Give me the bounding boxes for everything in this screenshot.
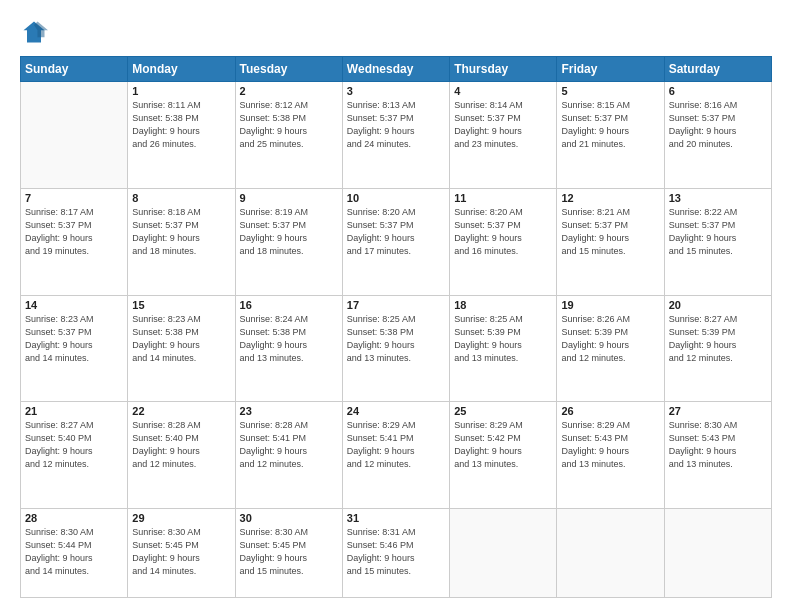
day-number: 25: [454, 405, 552, 417]
calendar-cell: 6Sunrise: 8:16 AM Sunset: 5:37 PM Daylig…: [664, 82, 771, 189]
week-row-1: 1Sunrise: 8:11 AM Sunset: 5:38 PM Daylig…: [21, 82, 772, 189]
day-number: 4: [454, 85, 552, 97]
calendar-cell: 9Sunrise: 8:19 AM Sunset: 5:37 PM Daylig…: [235, 188, 342, 295]
calendar-cell: [21, 82, 128, 189]
day-number: 24: [347, 405, 445, 417]
day-number: 7: [25, 192, 123, 204]
day-info: Sunrise: 8:20 AM Sunset: 5:37 PM Dayligh…: [347, 206, 445, 258]
day-number: 9: [240, 192, 338, 204]
day-info: Sunrise: 8:11 AM Sunset: 5:38 PM Dayligh…: [132, 99, 230, 151]
day-info: Sunrise: 8:30 AM Sunset: 5:43 PM Dayligh…: [669, 419, 767, 471]
day-info: Sunrise: 8:15 AM Sunset: 5:37 PM Dayligh…: [561, 99, 659, 151]
calendar-cell: 23Sunrise: 8:28 AM Sunset: 5:41 PM Dayli…: [235, 402, 342, 509]
day-info: Sunrise: 8:16 AM Sunset: 5:37 PM Dayligh…: [669, 99, 767, 151]
week-row-5: 28Sunrise: 8:30 AM Sunset: 5:44 PM Dayli…: [21, 509, 772, 598]
day-info: Sunrise: 8:29 AM Sunset: 5:41 PM Dayligh…: [347, 419, 445, 471]
day-info: Sunrise: 8:24 AM Sunset: 5:38 PM Dayligh…: [240, 313, 338, 365]
day-info: Sunrise: 8:30 AM Sunset: 5:44 PM Dayligh…: [25, 526, 123, 578]
day-number: 23: [240, 405, 338, 417]
calendar-cell: 13Sunrise: 8:22 AM Sunset: 5:37 PM Dayli…: [664, 188, 771, 295]
day-info: Sunrise: 8:27 AM Sunset: 5:39 PM Dayligh…: [669, 313, 767, 365]
weekday-header-thursday: Thursday: [450, 57, 557, 82]
calendar-cell: 17Sunrise: 8:25 AM Sunset: 5:38 PM Dayli…: [342, 295, 449, 402]
day-number: 5: [561, 85, 659, 97]
calendar-cell: 29Sunrise: 8:30 AM Sunset: 5:45 PM Dayli…: [128, 509, 235, 598]
calendar-cell: [664, 509, 771, 598]
day-info: Sunrise: 8:23 AM Sunset: 5:38 PM Dayligh…: [132, 313, 230, 365]
day-info: Sunrise: 8:28 AM Sunset: 5:41 PM Dayligh…: [240, 419, 338, 471]
calendar-cell: 31Sunrise: 8:31 AM Sunset: 5:46 PM Dayli…: [342, 509, 449, 598]
day-number: 13: [669, 192, 767, 204]
day-number: 15: [132, 299, 230, 311]
day-info: Sunrise: 8:26 AM Sunset: 5:39 PM Dayligh…: [561, 313, 659, 365]
day-number: 27: [669, 405, 767, 417]
calendar-cell: 12Sunrise: 8:21 AM Sunset: 5:37 PM Dayli…: [557, 188, 664, 295]
day-number: 1: [132, 85, 230, 97]
calendar-cell: 30Sunrise: 8:30 AM Sunset: 5:45 PM Dayli…: [235, 509, 342, 598]
calendar-cell: 1Sunrise: 8:11 AM Sunset: 5:38 PM Daylig…: [128, 82, 235, 189]
calendar-cell: 20Sunrise: 8:27 AM Sunset: 5:39 PM Dayli…: [664, 295, 771, 402]
calendar-cell: 11Sunrise: 8:20 AM Sunset: 5:37 PM Dayli…: [450, 188, 557, 295]
day-info: Sunrise: 8:20 AM Sunset: 5:37 PM Dayligh…: [454, 206, 552, 258]
weekday-header-friday: Friday: [557, 57, 664, 82]
day-info: Sunrise: 8:27 AM Sunset: 5:40 PM Dayligh…: [25, 419, 123, 471]
day-info: Sunrise: 8:14 AM Sunset: 5:37 PM Dayligh…: [454, 99, 552, 151]
day-info: Sunrise: 8:30 AM Sunset: 5:45 PM Dayligh…: [132, 526, 230, 578]
calendar-cell: 24Sunrise: 8:29 AM Sunset: 5:41 PM Dayli…: [342, 402, 449, 509]
day-number: 19: [561, 299, 659, 311]
weekday-header-row: SundayMondayTuesdayWednesdayThursdayFrid…: [21, 57, 772, 82]
page: SundayMondayTuesdayWednesdayThursdayFrid…: [0, 0, 792, 612]
weekday-header-tuesday: Tuesday: [235, 57, 342, 82]
day-info: Sunrise: 8:21 AM Sunset: 5:37 PM Dayligh…: [561, 206, 659, 258]
day-number: 17: [347, 299, 445, 311]
calendar-cell: 3Sunrise: 8:13 AM Sunset: 5:37 PM Daylig…: [342, 82, 449, 189]
day-number: 2: [240, 85, 338, 97]
calendar-cell: 15Sunrise: 8:23 AM Sunset: 5:38 PM Dayli…: [128, 295, 235, 402]
day-number: 16: [240, 299, 338, 311]
calendar-cell: 4Sunrise: 8:14 AM Sunset: 5:37 PM Daylig…: [450, 82, 557, 189]
week-row-4: 21Sunrise: 8:27 AM Sunset: 5:40 PM Dayli…: [21, 402, 772, 509]
calendar-cell: 14Sunrise: 8:23 AM Sunset: 5:37 PM Dayli…: [21, 295, 128, 402]
calendar-cell: 26Sunrise: 8:29 AM Sunset: 5:43 PM Dayli…: [557, 402, 664, 509]
day-number: 22: [132, 405, 230, 417]
day-info: Sunrise: 8:23 AM Sunset: 5:37 PM Dayligh…: [25, 313, 123, 365]
calendar-cell: 21Sunrise: 8:27 AM Sunset: 5:40 PM Dayli…: [21, 402, 128, 509]
calendar-cell: [450, 509, 557, 598]
calendar-cell: 27Sunrise: 8:30 AM Sunset: 5:43 PM Dayli…: [664, 402, 771, 509]
day-info: Sunrise: 8:18 AM Sunset: 5:37 PM Dayligh…: [132, 206, 230, 258]
day-number: 20: [669, 299, 767, 311]
day-number: 18: [454, 299, 552, 311]
logo: [20, 18, 52, 46]
day-number: 3: [347, 85, 445, 97]
day-info: Sunrise: 8:28 AM Sunset: 5:40 PM Dayligh…: [132, 419, 230, 471]
week-row-3: 14Sunrise: 8:23 AM Sunset: 5:37 PM Dayli…: [21, 295, 772, 402]
day-info: Sunrise: 8:25 AM Sunset: 5:39 PM Dayligh…: [454, 313, 552, 365]
day-info: Sunrise: 8:12 AM Sunset: 5:38 PM Dayligh…: [240, 99, 338, 151]
day-number: 29: [132, 512, 230, 524]
calendar-cell: 18Sunrise: 8:25 AM Sunset: 5:39 PM Dayli…: [450, 295, 557, 402]
day-number: 6: [669, 85, 767, 97]
day-info: Sunrise: 8:29 AM Sunset: 5:42 PM Dayligh…: [454, 419, 552, 471]
day-number: 21: [25, 405, 123, 417]
day-number: 31: [347, 512, 445, 524]
day-info: Sunrise: 8:31 AM Sunset: 5:46 PM Dayligh…: [347, 526, 445, 578]
calendar-cell: 22Sunrise: 8:28 AM Sunset: 5:40 PM Dayli…: [128, 402, 235, 509]
logo-icon: [20, 18, 48, 46]
day-info: Sunrise: 8:19 AM Sunset: 5:37 PM Dayligh…: [240, 206, 338, 258]
calendar-cell: 10Sunrise: 8:20 AM Sunset: 5:37 PM Dayli…: [342, 188, 449, 295]
weekday-header-sunday: Sunday: [21, 57, 128, 82]
calendar-cell: 5Sunrise: 8:15 AM Sunset: 5:37 PM Daylig…: [557, 82, 664, 189]
day-number: 11: [454, 192, 552, 204]
calendar-cell: 8Sunrise: 8:18 AM Sunset: 5:37 PM Daylig…: [128, 188, 235, 295]
day-info: Sunrise: 8:30 AM Sunset: 5:45 PM Dayligh…: [240, 526, 338, 578]
calendar-table: SundayMondayTuesdayWednesdayThursdayFrid…: [20, 56, 772, 598]
header: [20, 18, 772, 46]
day-number: 26: [561, 405, 659, 417]
day-info: Sunrise: 8:29 AM Sunset: 5:43 PM Dayligh…: [561, 419, 659, 471]
day-number: 10: [347, 192, 445, 204]
day-info: Sunrise: 8:25 AM Sunset: 5:38 PM Dayligh…: [347, 313, 445, 365]
calendar-cell: 2Sunrise: 8:12 AM Sunset: 5:38 PM Daylig…: [235, 82, 342, 189]
day-info: Sunrise: 8:17 AM Sunset: 5:37 PM Dayligh…: [25, 206, 123, 258]
day-number: 8: [132, 192, 230, 204]
day-number: 14: [25, 299, 123, 311]
